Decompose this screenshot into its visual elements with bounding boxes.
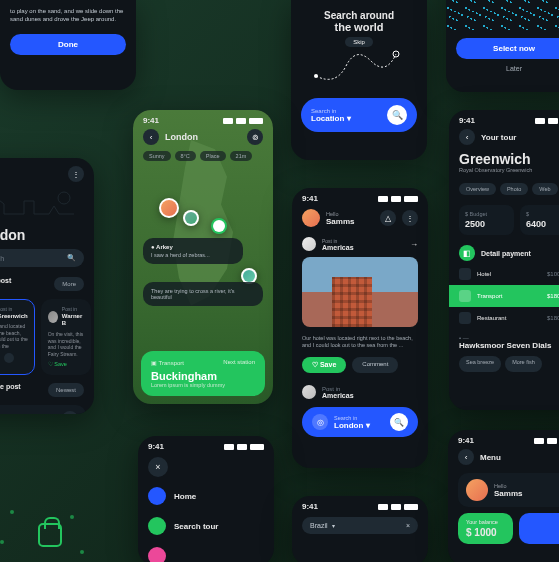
budget-box: $ Budget 2500 [459,205,514,235]
phone-map-london: 9:41 ‹ London ⊚ Sunny 8°C Place 21m ● Ar… [133,110,273,404]
line-item-restaurant[interactable]: Restaurant $1800/day [449,307,559,329]
save-button[interactable]: ♡ Save [48,361,67,368]
post-photo[interactable] [302,257,418,327]
wifi-icon [548,118,558,124]
signal-icon [534,438,544,444]
status-time: 9:41 [458,436,474,445]
status-time: 9:41 [148,442,164,451]
battery-icon [249,118,263,124]
menu-icon-3 [148,547,166,562]
chip-sunny[interactable]: Sunny [143,151,171,161]
battery-icon [404,196,418,202]
tour-title: Greenwich [459,151,559,167]
search-value: London [334,421,363,430]
user-card[interactable]: Hello Samms [458,473,559,507]
balance-label: Your balance [466,519,505,525]
clear-icon[interactable]: × [406,522,410,529]
arrow-right-icon[interactable]: → [410,240,418,249]
restaurant-price: $1800/day [547,315,559,321]
search-location-pill[interactable]: Search in Location ▾ 🔍 [301,98,417,132]
more-button[interactable]: More [54,277,84,291]
post-location: Warner B [62,313,84,329]
balance-block[interactable]: Your balance $ 1000 [458,513,513,544]
page-title: Your tour [481,133,516,142]
transport-icon [459,290,471,302]
back-button[interactable]: ‹ [459,129,475,145]
chevron-down-icon: ▾ [366,421,370,430]
chip-place[interactable]: Place [200,151,226,161]
tab-photo[interactable]: Photo [500,183,528,195]
search-go-button[interactable]: 🔍 [387,105,407,125]
user-avatar[interactable] [302,209,320,227]
close-button[interactable]: × [148,457,168,477]
signal-icon [224,444,234,450]
select-now-button[interactable]: Select now [456,38,559,59]
next-avatar[interactable] [302,385,316,399]
bell-icon[interactable]: △ [380,210,396,226]
phone-menu-profile: 9:41 ‹ Menu Hello Samms Your balance $ 1… [448,430,559,562]
chip-temp[interactable]: 8°C [175,151,196,161]
phone-tours-london: Tours ⋮ er in London Search 🔍 Finest pos… [0,158,94,414]
home-icon [148,487,166,505]
search-input[interactable]: Brazil ▾ × [302,517,418,534]
map-pin-1[interactable] [159,198,179,218]
map-pin-2[interactable] [183,210,199,226]
finest-post-label: Finest post [0,277,11,291]
tab-overview[interactable]: Overview [459,183,496,195]
post-card-tower[interactable]: Post in Tower of London → [0,405,86,414]
done-button[interactable]: Done [10,34,126,55]
later-link[interactable]: Later [456,65,559,72]
post-card-greenwich[interactable]: Post in Greenwich I visited and located … [0,299,35,375]
budget-value: 2500 [465,219,508,229]
tour-subtitle: Royal Observatory Greenwich [459,167,559,173]
newest-button[interactable]: Newest [48,383,84,397]
search-go-button[interactable]: 🔍 [390,413,408,431]
menu-icon[interactable]: ⋮ [402,210,418,226]
destination-card[interactable]: ▣ Transport Next station Buckingham Lore… [141,351,265,396]
chip-time[interactable]: 21m [230,151,253,161]
action-dot[interactable] [4,353,14,363]
map-message-2[interactable]: They are trying to cross a river, it's b… [143,282,263,306]
line-item-transport[interactable]: Transport $1800/day [449,285,559,307]
avatar [48,311,58,323]
back-button[interactable]: ‹ [458,449,474,465]
status-bar: 9:41 [449,110,559,127]
hotel-price: $1000/day [547,271,559,277]
menu-item-home[interactable]: Home [138,481,274,511]
map-pin-3[interactable] [211,218,227,234]
place-name: Hawksmoor Seven Dials [459,341,559,350]
arrow-right-icon[interactable]: → [62,411,78,414]
msg-author: Arkey [156,244,173,250]
status-bar: 9:41 [292,188,428,205]
chip-more-fish[interactable]: More fish [505,356,542,372]
phone-feed: 9:41 Hello Samms △ ⋮ Post in Americas → … [292,188,428,468]
search-london-pill[interactable]: ◎ Search in London ▾ 🔍 [302,407,418,437]
page-title: Menu [480,453,501,462]
location-icon[interactable]: ⊚ [247,129,263,145]
search-input[interactable]: Search 🔍 [0,249,84,267]
menu-item-3[interactable] [138,541,274,562]
post-body: On the visit, this was incredible, and I… [48,331,84,357]
destination-title: Buckingham [151,370,255,382]
chip-sea-breeze[interactable]: Sea breeze [459,356,501,372]
tab-web[interactable]: Web [532,183,557,195]
map-message-1[interactable]: ● Arkey I saw a herd of zebras... [143,238,243,264]
card-label: Transport [159,360,184,366]
post-avatar[interactable] [302,237,316,251]
most-like-label: Most like post [0,383,21,397]
wifi-icon [547,438,557,444]
save-button[interactable]: ♡ Save [302,357,346,373]
comment-button[interactable]: Comment [352,357,398,373]
post-caption: Our hotel was located right next to the … [292,331,428,353]
line-item-hotel[interactable]: Hotel $1000/day [449,263,559,285]
map-city-label: London [165,132,198,142]
post-card-warner[interactable]: Post in Warner B On the visit, this was … [41,299,91,375]
menu-item-search-tour[interactable]: Search tour [138,511,274,541]
filter-icon[interactable]: ⋮ [68,166,84,182]
signal-icon [223,118,233,124]
card-text: to play on the sand, and we slide down t… [10,8,126,24]
destination-sub: Lorem ipsum is simply dummy [151,382,255,388]
secondary-block[interactable] [519,513,559,544]
phone-search-brazil: 9:41 Brazil ▾ × [292,496,428,562]
back-button[interactable]: ‹ [143,129,159,145]
